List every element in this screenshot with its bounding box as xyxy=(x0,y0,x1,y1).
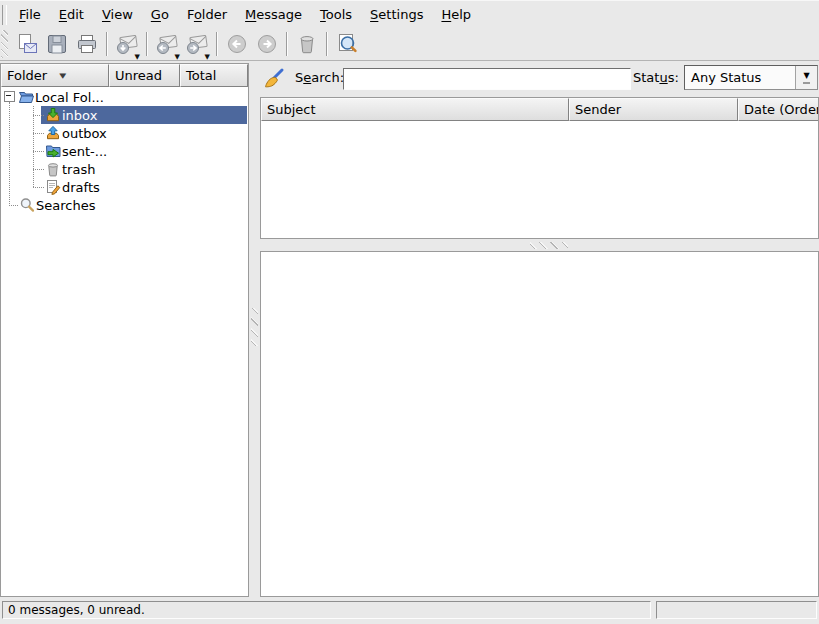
kmail-window: File Edit View Go Folder Message Tools S… xyxy=(0,0,819,624)
toolbar-separator xyxy=(106,32,108,56)
folder-list-panel: Folder ▼ Unread Total xyxy=(0,63,249,597)
broom-icon xyxy=(263,67,287,94)
vertical-splitter[interactable] xyxy=(249,63,260,597)
dropdown-caret-icon[interactable]: ▼ xyxy=(135,54,140,61)
sent-mail-icon xyxy=(45,143,61,159)
folder-item-label: Searches xyxy=(35,197,98,214)
sort-descending-icon: ▼ xyxy=(59,72,66,80)
message-list-body xyxy=(261,121,818,238)
folder-item-sent-mail[interactable]: sent-... xyxy=(1,142,248,160)
column-header-total[interactable]: Total xyxy=(180,64,248,87)
dropdown-caret-icon[interactable]: ▼ xyxy=(175,54,180,61)
combobox-arrow-button[interactable]: ▼ xyxy=(795,66,817,89)
folder-item-drafts[interactable]: drafts xyxy=(1,178,248,196)
drafts-icon xyxy=(45,179,61,195)
new-message-button[interactable] xyxy=(12,30,42,58)
menu-tools[interactable]: Tools xyxy=(311,2,361,27)
forward-button[interactable]: ▼ xyxy=(182,30,212,58)
dropdown-caret-icon[interactable]: ▼ xyxy=(205,54,210,61)
column-header-sender[interactable]: Sender xyxy=(569,98,738,121)
save-button[interactable] xyxy=(42,30,72,58)
search-folder-icon xyxy=(19,197,35,213)
toolbar-drag-handle[interactable] xyxy=(1,30,8,58)
outbox-icon xyxy=(45,125,61,141)
column-header-subject[interactable]: Subject xyxy=(261,98,569,121)
folder-tree: Local Fol... inbox outbox xyxy=(1,87,248,596)
menu-file[interactable]: File xyxy=(10,2,50,27)
status-combobox-value: Any Status xyxy=(685,70,795,85)
folder-item-label: outbox xyxy=(61,125,110,142)
right-pane: Search: Status: Any Status ▼ Subject xyxy=(260,63,819,597)
back-icon xyxy=(225,32,249,56)
message-preview-pane xyxy=(260,251,819,597)
column-header-label: Folder xyxy=(7,68,47,83)
menu-folder[interactable]: Folder xyxy=(178,2,236,27)
statusbar: 0 messages, 0 unread. xyxy=(0,598,819,624)
menubar: File Edit View Go Folder Message Tools S… xyxy=(0,0,819,29)
message-list: Subject Sender Date (Order of Arrival) xyxy=(260,97,819,239)
clear-search-button[interactable] xyxy=(261,66,289,94)
search-label: Search: xyxy=(295,70,344,85)
folder-item-label: inbox xyxy=(61,107,100,124)
folder-list-header: Folder ▼ Unread Total xyxy=(1,64,248,87)
statusbar-section-right xyxy=(656,601,817,619)
column-header-label: Total xyxy=(186,68,216,83)
column-header-date[interactable]: Date (Order of Arrival) xyxy=(738,98,818,121)
menu-edit[interactable]: Edit xyxy=(50,2,93,27)
folder-item-inbox[interactable]: inbox xyxy=(1,106,248,124)
save-icon xyxy=(45,32,69,56)
reply-button[interactable]: ▼ xyxy=(152,30,182,58)
statusbar-text: 0 messages, 0 unread. xyxy=(8,603,145,617)
folder-item-label: Local Fol... xyxy=(34,89,107,106)
column-header-label: Subject xyxy=(267,102,316,117)
toolbar-separator xyxy=(146,32,148,56)
print-icon xyxy=(75,32,99,56)
find-messages-icon xyxy=(335,32,359,56)
column-header-unread[interactable]: Unread xyxy=(109,64,180,87)
find-messages-button[interactable] xyxy=(332,30,362,58)
menu-go[interactable]: Go xyxy=(142,2,178,27)
toolbar-separator xyxy=(216,32,218,56)
trash-icon xyxy=(295,32,319,56)
chevron-down-icon: ▼ xyxy=(803,72,809,80)
trash-button[interactable] xyxy=(292,30,322,58)
column-header-label: Sender xyxy=(575,102,621,117)
menu-view[interactable]: View xyxy=(93,2,142,27)
toolbar-separator xyxy=(326,32,328,56)
toolbar-separator xyxy=(286,32,288,56)
menu-settings[interactable]: Settings xyxy=(361,2,432,27)
print-button[interactable] xyxy=(72,30,102,58)
folder-item-label: trash xyxy=(61,161,98,178)
forward-nav-icon xyxy=(255,32,279,56)
search-input[interactable] xyxy=(343,68,631,90)
folder-item-outbox[interactable]: outbox xyxy=(1,124,248,142)
main-area: Folder ▼ Unread Total xyxy=(0,62,819,598)
menu-help[interactable]: Help xyxy=(432,2,480,27)
column-header-label: Unread xyxy=(115,68,162,83)
statusbar-message-count: 0 messages, 0 unread. xyxy=(2,601,651,619)
folder-item-label: drafts xyxy=(61,179,103,196)
column-header-label: Date (Order of Arrival) xyxy=(744,102,818,117)
check-mail-button[interactable]: ▼ xyxy=(112,30,142,58)
menubar-drag-handle[interactable] xyxy=(2,5,7,25)
folder-item-trash[interactable]: trash xyxy=(1,160,248,178)
folder-item-searches[interactable]: Searches xyxy=(1,196,248,214)
quick-search-bar: Search: Status: Any Status ▼ xyxy=(260,63,819,96)
column-header-folder[interactable]: Folder ▼ xyxy=(1,64,109,87)
message-list-header: Subject Sender Date (Order of Arrival) xyxy=(261,98,818,121)
combobox-arrow-dash xyxy=(803,82,810,84)
folder-item-label: sent-... xyxy=(61,143,110,160)
new-message-icon xyxy=(15,32,39,56)
splitter-grip xyxy=(530,242,568,249)
open-folder-icon xyxy=(18,89,34,105)
horizontal-splitter[interactable] xyxy=(260,239,819,251)
go-back-button[interactable] xyxy=(222,30,252,58)
folder-item-local-folders[interactable]: Local Fol... xyxy=(1,88,248,106)
status-combobox[interactable]: Any Status ▼ xyxy=(684,65,818,90)
status-label: Status: xyxy=(633,70,679,85)
go-forward-button[interactable] xyxy=(252,30,282,58)
inbox-icon xyxy=(45,107,61,123)
main-toolbar: ▼ ▼ ▼ xyxy=(0,28,819,61)
menu-message[interactable]: Message xyxy=(236,2,311,27)
trash-folder-icon xyxy=(45,161,61,177)
